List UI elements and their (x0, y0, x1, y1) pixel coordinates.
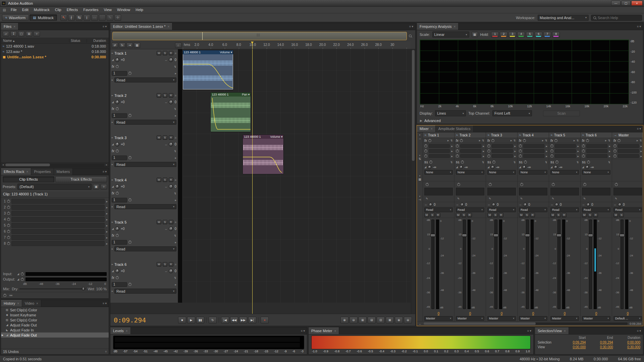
mixer-hscrollbar[interactable] (424, 322, 628, 325)
automation-mode-select[interactable]: Read▾ (582, 207, 610, 212)
import-file-icon[interactable]: ↧ (10, 31, 17, 37)
waveform-view-button[interactable]: ≈Waveform (2, 14, 29, 21)
fx-slot[interactable] (429, 149, 450, 153)
input-select[interactable]: 1 (112, 240, 127, 245)
pan-knob[interactable] (169, 142, 173, 146)
fx-slot[interactable] (492, 149, 513, 153)
mute-button[interactable]: M (157, 51, 161, 55)
mute-button[interactable]: M (157, 178, 161, 182)
hold-5-button[interactable]: 5 (526, 32, 534, 38)
fader-value[interactable]: 0 (518, 311, 549, 316)
fx-expand-icon[interactable]: ▸ (637, 139, 638, 142)
slot-power-icon[interactable] (582, 144, 585, 147)
open-file-icon[interactable]: ▱ (3, 31, 9, 37)
fx-prepost-icon[interactable]: ↯ (576, 139, 579, 142)
slot-power-icon[interactable] (550, 149, 553, 153)
input-select[interactable]: 1 (112, 71, 127, 76)
minimize-button[interactable]: — (611, 1, 621, 6)
effect-slot-7[interactable]: 7▸ (2, 235, 108, 240)
eq-graph[interactable] (582, 188, 610, 195)
pan-knob[interactable] (169, 58, 173, 62)
application-menu-icon[interactable]: ▤ (2, 8, 7, 12)
paintbrush-tool[interactable]: ✎ (107, 14, 113, 21)
eq-section-icon[interactable]: ▾▦ (418, 175, 421, 181)
zoom-out-vertical-button[interactable]: ⊠ (386, 317, 394, 323)
close-tab-icon[interactable]: × (13, 25, 15, 28)
scan-button[interactable]: Scan (543, 111, 580, 116)
fx-slot[interactable] (523, 144, 544, 148)
eq-graph[interactable] (424, 188, 453, 195)
automation-mode-select[interactable]: Read▾ (487, 207, 516, 212)
route-arrow-icon[interactable]: ▸ (175, 198, 176, 202)
menu-clip[interactable]: Clip (52, 7, 64, 13)
automation-mode-select[interactable]: Read▾ (114, 204, 176, 209)
play-button[interactable]: ▶ (187, 317, 195, 323)
input-select[interactable]: 1 (112, 282, 127, 287)
menu-effects[interactable]: Effects (64, 7, 80, 13)
fx-slot[interactable] (586, 154, 607, 158)
track-lane[interactable] (182, 260, 411, 303)
tab-amplitude-statistics[interactable]: Amplitude Statistics (436, 125, 474, 132)
rack-list-icon[interactable]: ≔ (9, 293, 13, 298)
solo-button[interactable]: S (556, 213, 561, 217)
restore-button[interactable]: ▢ (621, 1, 631, 6)
track-name[interactable]: Track 3 (114, 136, 126, 140)
tab-video[interactable]: Video× (22, 300, 41, 307)
arm-button[interactable]: R (169, 93, 173, 98)
track-lane[interactable]: 123 48000 1Volume ▾ (182, 49, 411, 92)
effect-slot-3[interactable]: 3▸ (2, 210, 108, 216)
track-effects-button[interactable]: Track Effects (55, 176, 107, 182)
collapse-icon[interactable]: ▸ (112, 52, 113, 55)
send-power-icon[interactable] (587, 161, 590, 164)
eq-power-icon[interactable] (520, 183, 523, 186)
fx-slot[interactable] (492, 144, 513, 148)
snap-icon[interactable]: ⇄ (112, 43, 118, 48)
tab-effects-rack[interactable]: Effects Rack× (1, 168, 31, 175)
close-tab-icon[interactable]: × (431, 127, 433, 131)
fx-power-icon[interactable] (491, 139, 494, 142)
files-hscrollbar[interactable]: ◂▸ (1, 163, 109, 167)
fx-prepost-icon[interactable]: ↯ (513, 139, 516, 142)
fader-thumb[interactable] (430, 234, 435, 237)
insert-into-multitrack-icon[interactable]: ⊞ (26, 31, 32, 37)
slot-power-icon[interactable] (424, 155, 427, 158)
navigator-grip[interactable]: ||| (257, 33, 260, 37)
eq-power-icon[interactable] (489, 183, 492, 186)
slot-power-icon[interactable] (519, 144, 522, 147)
eq-power-icon[interactable] (552, 183, 555, 186)
volume-fader[interactable] (463, 220, 466, 309)
fx-slot[interactable] (586, 144, 607, 148)
fader-value[interactable]: 0 (549, 311, 580, 316)
solo-button[interactable]: S (163, 220, 167, 224)
tab-history[interactable]: History× (1, 300, 22, 307)
fx-expand-icon[interactable]: ▸ (511, 139, 512, 142)
eq-graph[interactable] (613, 188, 642, 195)
solo-button[interactable]: S (163, 178, 167, 182)
input-select[interactable]: 1 (112, 113, 127, 118)
collapse-icon[interactable]: ▸ (112, 205, 113, 208)
panel-menu-icon[interactable]: ≡ ▾ (101, 23, 109, 30)
pan-knob[interactable] (492, 203, 495, 206)
files-column-headers[interactable]: Name ▴ Status Duration (1, 38, 109, 44)
slot-power-icon[interactable] (519, 149, 522, 153)
slot-power-icon[interactable] (456, 144, 459, 147)
selview-value[interactable]: 0:09.294 (558, 341, 586, 344)
automation-mode-select[interactable]: Read▾ (114, 120, 176, 125)
volume-fader[interactable] (494, 220, 497, 309)
fx-power-icon[interactable] (116, 149, 119, 153)
send-route-select[interactable]: None▾ (519, 170, 547, 175)
file-row[interactable]: ≈123 48000 1.wav0:18.000 (1, 44, 109, 49)
slot-power-icon[interactable] (487, 149, 490, 153)
mute-button[interactable]: M (582, 213, 587, 217)
panel-menu-icon[interactable]: ≡ ▾ (635, 327, 643, 334)
fx-slot[interactable] (618, 149, 639, 153)
input-power-icon[interactable] (128, 114, 131, 117)
slot-power-icon[interactable] (582, 155, 585, 158)
input-power-icon[interactable] (128, 156, 131, 159)
fader-value[interactable]: 0 (612, 311, 643, 316)
send-level-knob[interactable] (459, 165, 463, 169)
slot-power-icon[interactable] (487, 155, 490, 158)
audio-clip[interactable]: 123 48000 1Pan ▾ (210, 92, 251, 132)
fx-power-icon[interactable] (116, 234, 119, 237)
fx-power-icon[interactable] (428, 139, 431, 142)
